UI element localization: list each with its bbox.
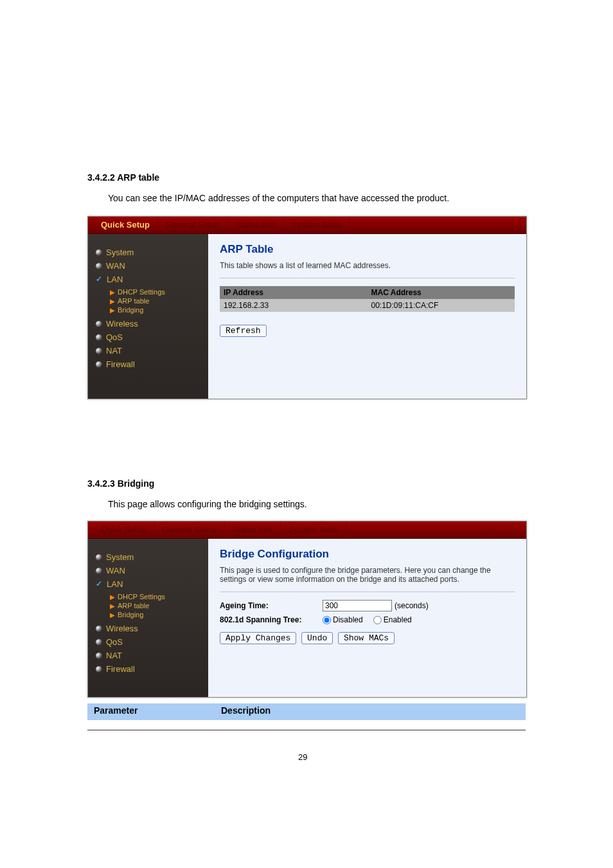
subnav-label: ARP table [118, 602, 149, 610]
page-desc: This table shows a list of learned MAC a… [220, 261, 515, 270]
cell-ip: 192.168.2.33 [220, 299, 368, 312]
show-macs-button[interactable]: Show MACs [338, 632, 395, 644]
footer-desc: Description [221, 705, 271, 716]
topbar: Quick Setup General Setup Status Info Sy… [88, 217, 526, 234]
bullet-icon [96, 361, 102, 368]
nav-qos[interactable]: QoS [96, 635, 208, 649]
subnav-label: DHCP Settings [118, 593, 165, 601]
footer-param: Parameter [94, 705, 138, 716]
tab-quick-setup[interactable]: Quick Setup [93, 217, 158, 233]
nav-label: NAT [106, 651, 122, 660]
arrow-icon: ▶ [110, 602, 115, 610]
nav-label: Wireless [106, 624, 138, 633]
content-bridge: Bridge Configuration This page is used t… [208, 539, 526, 697]
bullet-icon [96, 568, 102, 574]
col-mac: MAC Address [368, 286, 515, 299]
tab-status-info[interactable]: Status Info [228, 217, 284, 233]
nav-label: WAN [106, 566, 125, 575]
nav-label: Firewall [106, 664, 135, 674]
page-title: ARP Table [220, 243, 515, 256]
nav-label: LAN [107, 579, 123, 589]
undo-button[interactable]: Undo [301, 632, 333, 644]
sidebar: System WAN LAN ▶DHCP Settings ▶ARP table… [88, 539, 208, 697]
tab-general-setup[interactable]: General Setup [158, 217, 228, 233]
nav-firewall[interactable]: Firewall [96, 357, 208, 371]
arrow-icon: ▶ [110, 593, 115, 601]
ageing-input[interactable] [323, 600, 392, 611]
bullet-icon [96, 249, 102, 256]
nav-firewall[interactable]: Firewall [96, 662, 208, 676]
nav-wan[interactable]: WAN [96, 564, 208, 577]
check-icon [96, 276, 103, 284]
radio-disabled[interactable]: Disabled [323, 615, 363, 624]
bullet-icon [96, 554, 102, 561]
nav-label: WAN [106, 261, 125, 271]
subnav-bridging[interactable]: ▶Bridging [110, 610, 208, 619]
nav-label: Wireless [106, 319, 138, 329]
subnav-label: DHCP Settings [118, 288, 165, 296]
ageing-unit: (seconds) [395, 601, 429, 610]
tab-general-setup[interactable]: General Setup [155, 521, 225, 538]
section-desc-arp: You can see the IP/MAC addresses of the … [108, 193, 449, 203]
topbar: Quick Setup General Setup Status Info Sy… [88, 521, 526, 539]
nav-lan[interactable]: LAN [96, 273, 208, 286]
nav-label: QoS [106, 637, 123, 647]
subnav-arp[interactable]: ▶ARP table [110, 601, 208, 610]
nav-nat[interactable]: NAT [96, 649, 208, 662]
tab-quick-setup[interactable]: Quick Setup [93, 521, 155, 538]
page-desc: This page is used to configure the bridg… [220, 566, 515, 584]
radio-enabled[interactable]: Enabled [373, 615, 412, 624]
arrow-icon: ▶ [110, 611, 115, 619]
footer-header-row: Parameter Description [87, 703, 526, 720]
nav-wireless[interactable]: Wireless [96, 317, 208, 330]
divider [220, 278, 515, 278]
divider [220, 592, 515, 592]
radio-label: Disabled [333, 615, 363, 624]
tab-status-info[interactable]: Status Info [225, 521, 281, 538]
bullet-icon [96, 666, 102, 673]
arrow-icon: ▶ [110, 307, 115, 314]
bullet-icon [96, 263, 102, 269]
col-ip: IP Address [220, 286, 368, 299]
nav-label: NAT [106, 346, 122, 356]
nav-label: System [106, 248, 134, 257]
radio-enabled-input[interactable] [373, 616, 382, 624]
subnav-label: Bridging [118, 306, 143, 314]
subnav-arp[interactable]: ▶ARP table [110, 296, 208, 305]
page-number: 29 [298, 752, 307, 762]
radio-disabled-input[interactable] [323, 616, 331, 624]
subnav-dhcp[interactable]: ▶DHCP Settings [110, 592, 208, 601]
table-row: 192.168.2.33 00:1D:09:11:CA:CF [220, 299, 515, 312]
nav-label: LAN [107, 275, 123, 284]
arrow-icon: ▶ [110, 298, 115, 305]
subnav-label: ARP table [118, 297, 149, 305]
section-desc-bridging: This page allows configuring the bridgin… [108, 499, 307, 509]
subnav-dhcp[interactable]: ▶DHCP Settings [110, 287, 208, 296]
content-arp: ARP Table This table shows a list of lea… [208, 234, 526, 399]
bullet-icon [96, 626, 102, 632]
spanning-label: 802.1d Spanning Tree: [220, 615, 323, 624]
bullet-icon [96, 639, 102, 646]
tab-system-tools[interactable]: System Tools [284, 217, 350, 233]
nav-label: System [106, 552, 134, 562]
nav-nat[interactable]: NAT [96, 344, 208, 357]
bullet-icon [96, 653, 102, 659]
nav-qos[interactable]: QoS [96, 330, 208, 344]
subnav-bridging[interactable]: ▶Bridging [110, 305, 208, 314]
apply-button[interactable]: Apply Changes [220, 632, 296, 644]
nav-label: Firewall [106, 359, 135, 369]
nav-wan[interactable]: WAN [96, 259, 208, 273]
nav-system[interactable]: System [96, 246, 208, 259]
nav-wireless[interactable]: Wireless [96, 622, 208, 635]
nav-system[interactable]: System [96, 550, 208, 564]
ageing-label: Ageing Time: [220, 601, 323, 610]
tab-system-tools[interactable]: System Tools [281, 521, 346, 538]
arp-table: IP Address MAC Address 192.168.2.33 00:1… [220, 286, 515, 312]
radio-label: Enabled [384, 615, 412, 624]
nav-lan[interactable]: LAN [96, 577, 208, 591]
sidebar: System WAN LAN ▶DHCP Settings ▶ARP table… [88, 234, 208, 399]
refresh-button[interactable]: Refresh [220, 325, 267, 337]
bullet-icon [96, 321, 102, 327]
bullet-icon [96, 334, 102, 341]
check-icon [96, 581, 103, 588]
